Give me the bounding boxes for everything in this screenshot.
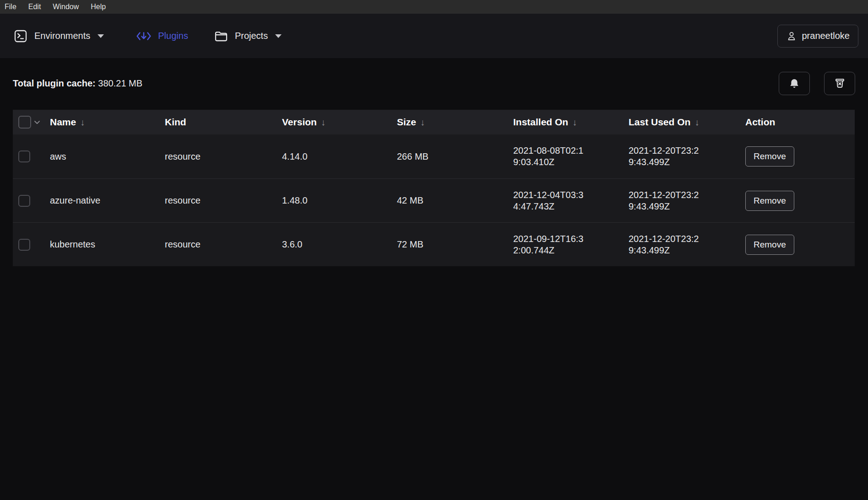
- cell-installed-on: 2021-12-04T03:34:47.743Z: [513, 189, 629, 212]
- nav-label-environments: Environments: [34, 31, 90, 41]
- last-used-on-value: 2021-12-20T23:29:43.499Z: [629, 233, 703, 256]
- last-used-on-value: 2021-12-20T23:29:43.499Z: [629, 189, 703, 212]
- cell-last-used-on: 2021-12-20T23:29:43.499Z: [629, 233, 745, 256]
- nav-label-plugins: Plugins: [158, 31, 188, 41]
- cell-last-used-on: 2021-12-20T23:29:43.499Z: [629, 145, 745, 168]
- select-all-checkbox[interactable]: [18, 116, 31, 129]
- cell-action: Remove: [745, 191, 855, 211]
- chevron-down-icon: [275, 34, 282, 38]
- cell-name: kubernetes: [50, 239, 165, 250]
- column-header-size[interactable]: Size ↓: [397, 117, 513, 128]
- sort-desc-icon: ↓: [572, 117, 577, 128]
- cell-installed-on: 2021-09-12T16:32:00.744Z: [513, 233, 629, 256]
- last-used-on-value: 2021-12-20T23:29:43.499Z: [629, 145, 703, 168]
- total-cache-value: 380.21 MB: [98, 78, 142, 88]
- cell-installed-on: 2021-08-08T02:19:03.410Z: [513, 145, 629, 168]
- menu-file[interactable]: File: [5, 3, 16, 11]
- select-options-chevron-icon[interactable]: [34, 120, 40, 124]
- menu-window[interactable]: Window: [53, 3, 79, 11]
- chevron-down-icon: [98, 34, 104, 38]
- column-header-last-used-on[interactable]: Last Used On ↓: [629, 117, 745, 128]
- cell-version: 4.14.0: [282, 151, 397, 162]
- cell-action: Remove: [745, 146, 855, 167]
- cell-kind: resource: [165, 151, 282, 162]
- person-icon: [786, 31, 797, 42]
- column-label: Installed On: [513, 117, 568, 128]
- sort-desc-icon: ↓: [420, 117, 425, 128]
- column-label: Size: [397, 117, 416, 128]
- cache-toolbar: Total plugin cache: 380.21 MB: [13, 72, 855, 95]
- column-label: Name: [50, 117, 76, 128]
- user-menu-button[interactable]: praneetloke: [777, 25, 858, 48]
- sort-desc-icon: ↓: [80, 117, 85, 128]
- row-checkbox[interactable]: [18, 195, 30, 207]
- sort-desc-icon: ↓: [694, 117, 699, 128]
- table-header-row: Name ↓ Kind Version ↓ Size ↓ Installed O…: [13, 110, 855, 134]
- row-select-cell: [13, 239, 50, 251]
- clear-cache-button[interactable]: [824, 72, 855, 95]
- remove-button[interactable]: Remove: [745, 235, 794, 255]
- remove-button[interactable]: Remove: [745, 146, 794, 167]
- folder-icon: [214, 29, 228, 43]
- table-row-kubernetes: kubernetes resource 3.6.0 72 MB 2021-09-…: [13, 222, 855, 266]
- installed-on-value: 2021-12-04T03:34:47.743Z: [513, 189, 588, 212]
- column-header-version[interactable]: Version ↓: [282, 117, 397, 128]
- menu-edit[interactable]: Edit: [28, 3, 41, 11]
- cell-version: 3.6.0: [282, 239, 397, 250]
- bell-icon: [788, 78, 800, 90]
- nav-item-environments[interactable]: Environments: [13, 29, 104, 43]
- code-download-icon: [136, 30, 152, 43]
- plugin-table: Name ↓ Kind Version ↓ Size ↓ Installed O…: [13, 110, 855, 266]
- total-cache-line: Total plugin cache: 380.21 MB: [13, 78, 142, 89]
- row-select-cell: [13, 151, 50, 162]
- cell-kind: resource: [165, 239, 282, 250]
- nav-bar: Environments Plugins Projects: [0, 14, 868, 58]
- total-cache-label: Total plugin cache:: [13, 78, 96, 88]
- column-label: Last Used On: [629, 117, 690, 128]
- installed-on-value: 2021-08-08T02:19:03.410Z: [513, 145, 588, 168]
- column-header-name[interactable]: Name ↓: [50, 117, 165, 128]
- cell-size: 42 MB: [397, 195, 513, 206]
- cell-last-used-on: 2021-12-20T23:29:43.499Z: [629, 189, 745, 212]
- menu-bar: File Edit Window Help: [0, 0, 868, 14]
- user-name-label: praneetloke: [802, 31, 850, 41]
- table-row-aws: aws resource 4.14.0 266 MB 2021-08-08T02…: [13, 134, 855, 178]
- cell-name: aws: [50, 151, 165, 162]
- row-checkbox[interactable]: [18, 151, 30, 162]
- column-label: Version: [282, 117, 317, 128]
- trash-x-icon: [834, 77, 846, 90]
- menu-help[interactable]: Help: [91, 3, 106, 11]
- nav-label-projects: Projects: [235, 31, 268, 41]
- cell-action: Remove: [745, 235, 855, 255]
- cell-name: azure-native: [50, 195, 165, 206]
- nav-item-projects[interactable]: Projects: [214, 29, 282, 43]
- nav-item-plugins[interactable]: Plugins: [136, 30, 188, 43]
- remove-button[interactable]: Remove: [745, 191, 794, 211]
- row-checkbox[interactable]: [18, 239, 30, 251]
- terminal-icon: [13, 29, 28, 43]
- column-header-action: Action: [745, 117, 855, 128]
- table-row-azure-native: azure-native resource 1.48.0 42 MB 2021-…: [13, 178, 855, 222]
- main-content: Total plugin cache: 380.21 MB: [0, 72, 868, 266]
- cell-version: 1.48.0: [282, 195, 397, 206]
- column-header-installed-on[interactable]: Installed On ↓: [513, 117, 629, 128]
- cell-size: 266 MB: [397, 151, 513, 162]
- column-label: Action: [745, 117, 775, 128]
- header-select-cell: [13, 116, 50, 129]
- column-header-kind[interactable]: Kind: [165, 117, 282, 128]
- column-label: Kind: [165, 117, 186, 128]
- cell-kind: resource: [165, 195, 282, 206]
- sort-desc-icon: ↓: [321, 117, 326, 128]
- cell-size: 72 MB: [397, 239, 513, 250]
- installed-on-value: 2021-09-12T16:32:00.744Z: [513, 233, 588, 256]
- toolbar-buttons: [779, 72, 855, 95]
- row-select-cell: [13, 195, 50, 207]
- notifications-button[interactable]: [779, 72, 810, 95]
